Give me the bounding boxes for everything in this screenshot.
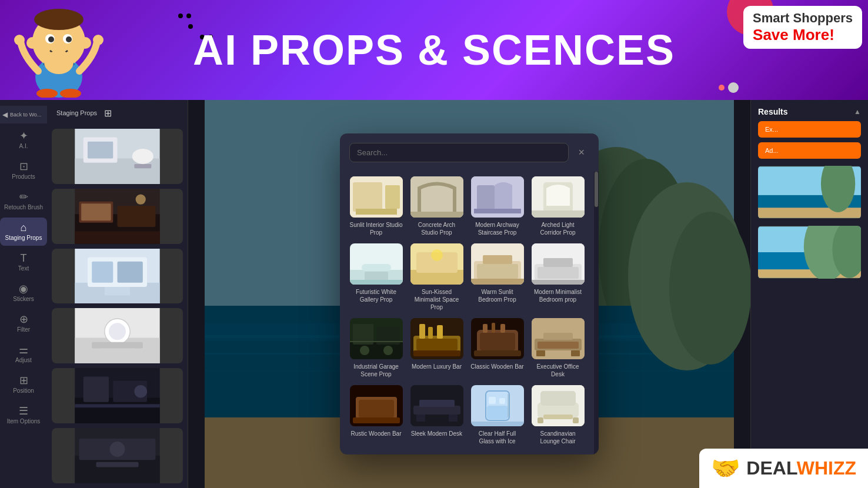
modal-header: × — [340, 133, 599, 172]
svg-rect-95 — [532, 280, 585, 285]
prop-item-modern-luxury-bar[interactable]: Modern Luxury Bar — [410, 318, 463, 378]
staging-props-label: Staging Props — [56, 109, 97, 116]
svg-rect-89 — [483, 255, 512, 264]
thumbnail-strip: Staging Props ⊞ — [47, 100, 188, 488]
svg-rect-66 — [353, 182, 382, 212]
prop-label-classic-wooden-bar: Classic Wooden Bar — [470, 363, 523, 370]
export-button[interactable]: Ex... — [758, 121, 861, 138]
sidebar-item-adjust[interactable]: ⚌ Adjust — [0, 340, 47, 368]
svg-rect-143 — [573, 417, 579, 423]
prop-thumb-warm-sunlit — [471, 243, 524, 285]
prop-thumb-executive-office — [532, 318, 585, 359]
modal-scrollbar[interactable] — [594, 172, 599, 454]
canvas-toolbar: Staging Props ⊞ — [52, 105, 183, 122]
sidebar-item-filter[interactable]: ⊕ Filter — [0, 309, 47, 337]
sidebar-item-stickers[interactable]: ◉ Stickers — [0, 279, 47, 307]
banner: AI PROPS & SCENCES — [0, 0, 868, 100]
svg-rect-79 — [362, 264, 391, 271]
thumbnail-item[interactable] — [52, 249, 183, 304]
sidebar-item-text[interactable]: T Text — [0, 248, 47, 276]
svg-rect-26 — [75, 231, 159, 244]
svg-rect-137 — [508, 394, 509, 417]
svg-rect-41 — [84, 377, 109, 402]
thumbnail-item[interactable] — [52, 368, 183, 423]
svg-rect-72 — [477, 185, 495, 212]
thumbnail-item[interactable] — [52, 428, 183, 483]
svg-rect-114 — [483, 324, 488, 333]
prop-item-clear-half-full[interactable]: Clear Half Full Glass with Ice — [470, 385, 524, 445]
modal-close-button[interactable]: × — [573, 144, 589, 161]
prop-item-executive-office-desk[interactable]: Executive Office Desk — [531, 318, 585, 378]
modal-scrollbar-thumb[interactable] — [595, 172, 598, 207]
svg-rect-141 — [540, 391, 576, 406]
thumbnail-item[interactable] — [52, 129, 183, 184]
prop-label-modern-minimalist-bedroom: Modern Minimalist Bedroom prop — [531, 288, 585, 303]
sidebar: ◀ Back to Wo... ✦ A.I. ⊡ Products ✏ Reto… — [0, 100, 47, 488]
results-header: Results ▲ — [758, 107, 861, 116]
prop-item-arched-light-corridor[interactable]: Arched Light Corridor Prop — [531, 176, 585, 236]
svg-rect-136 — [499, 398, 505, 404]
prop-label-concrete-arch: Concrete Arch Studio Prop — [410, 221, 463, 236]
prop-item-warm-sunlit-bedroom[interactable]: Warm Sunlit Bedroom Prop — [470, 243, 524, 311]
thumbnail-item[interactable] — [52, 308, 183, 363]
prop-thumb-clear-half-full — [471, 385, 524, 426]
prop-item-futuristic-white-gallery[interactable]: Futuristic White Gallery Prop — [349, 243, 403, 311]
sidebar-item-item-options[interactable]: ☰ Item Options — [0, 401, 47, 429]
back-button[interactable]: ◀ Back to Wo... — [0, 106, 47, 123]
prop-label-executive-office-desk: Executive Office Desk — [531, 363, 585, 378]
sidebar-item-position[interactable]: ⊞ Position — [0, 370, 47, 399]
svg-point-11 — [44, 51, 74, 74]
prop-label-rustic-wooden-bar: Rustic Wooden Bar — [351, 430, 402, 437]
svg-point-48 — [110, 442, 125, 457]
prop-item-modern-arch-staircase[interactable]: Modern Archway Staircase Prop — [470, 176, 524, 236]
position-icon: ⊞ — [19, 375, 28, 386]
svg-rect-125 — [359, 400, 394, 417]
adjust-icon: ⚌ — [19, 345, 28, 355]
svg-rect-32 — [105, 287, 130, 295]
thumbnail-item[interactable] — [52, 189, 183, 244]
prop-item-modern-minimalist-bedroom[interactable]: Modern Minimalist Bedroom prop — [531, 243, 585, 311]
prop-label-industrial-garage: Industrial Garage Scene Prop — [349, 363, 403, 378]
prop-label-sun-kissed-minimalist: Sun-Kissed Minimalist Space Prop — [410, 288, 463, 311]
svg-point-10 — [93, 35, 104, 45]
prop-thumb-sunlit-studio — [350, 176, 403, 218]
sidebar-item-retouch[interactable]: ✏ Retouch Brush — [0, 187, 47, 215]
svg-rect-105 — [416, 339, 458, 350]
prop-thumb-modern-arch — [471, 176, 524, 218]
results-title: Results — [758, 107, 788, 116]
svg-rect-128 — [413, 406, 460, 415]
sidebar-item-ai[interactable]: ✦ A.I. — [0, 126, 47, 154]
svg-rect-113 — [474, 350, 521, 356]
prop-thumb-sleek-modern-desk — [410, 385, 463, 426]
prop-label-scandinavian-lounge-chair: Scandinavian Lounge Chair — [531, 430, 585, 445]
deal-whizz-handshake-icon: 🤝 — [711, 454, 740, 482]
prop-item-sunlit-studio[interactable]: Sunlit Interior Studio Prop — [349, 176, 403, 236]
add-button[interactable]: Ad... — [758, 142, 861, 159]
grid-view-icon[interactable]: ⊞ — [104, 108, 112, 119]
prop-item-classic-wooden-bar[interactable]: Classic Wooden Bar — [470, 318, 524, 378]
prop-item-scandinavian-lounge-chair[interactable]: Scandinavian Lounge Chair — [531, 385, 585, 445]
result-thumb-1 — [758, 166, 861, 219]
svg-rect-135 — [489, 397, 496, 404]
prop-item-concrete-arch[interactable]: Concrete Arch Studio Prop — [410, 176, 463, 236]
svg-rect-112 — [480, 333, 515, 350]
filter-icon: ⊕ — [19, 314, 28, 325]
prop-item-rustic-wooden-bar[interactable]: Rustic Wooden Bar — [349, 385, 403, 445]
prop-item-sun-kissed-minimalist[interactable]: Sun-Kissed Minimalist Space Prop — [410, 243, 463, 311]
svg-rect-76 — [532, 210, 585, 218]
results-panel: Results ▲ Ex... Ad... — [750, 100, 868, 488]
props-grid: Sunlit Interior Studio Prop — [340, 172, 594, 454]
sidebar-item-staging[interactable]: ⌂ Staging Props — [0, 218, 47, 246]
search-input[interactable] — [349, 143, 569, 162]
svg-rect-37 — [92, 342, 143, 349]
prop-thumb-rustic-wooden-bar — [350, 385, 403, 426]
svg-rect-138 — [471, 422, 524, 426]
svg-point-18 — [132, 149, 153, 164]
svg-point-85 — [431, 249, 443, 261]
prop-label-clear-half-full: Clear Half Full Glass with Ice — [470, 430, 524, 445]
svg-point-36 — [109, 323, 126, 340]
prop-item-industrial-garage[interactable]: Industrial Garage Scene Prop — [349, 318, 403, 378]
prop-item-sleek-modern-desk[interactable]: Sleek Modern Desk — [410, 385, 463, 445]
svg-rect-19 — [134, 164, 151, 168]
sidebar-item-products[interactable]: ⊡ Products — [0, 156, 47, 185]
